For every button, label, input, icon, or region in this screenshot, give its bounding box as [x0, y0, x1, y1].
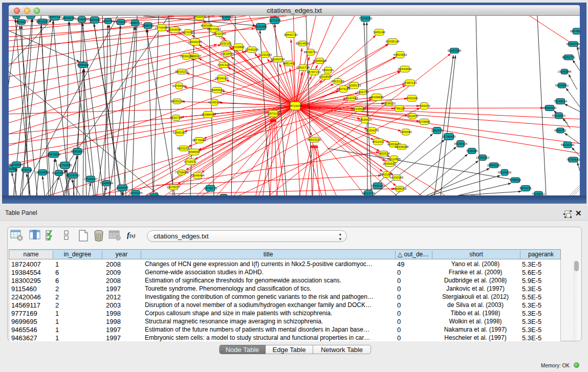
svg-text:71369594: 71369594	[100, 182, 114, 185]
svg-text:24745171: 24745171	[204, 187, 217, 190]
svg-text:70656272: 70656272	[180, 55, 193, 58]
svg-text:51161559: 51161559	[258, 53, 272, 56]
svg-text:71756551: 71756551	[114, 20, 128, 24]
svg-text:32812067: 32812067	[36, 20, 50, 23]
svg-text:7693676: 7693676	[418, 104, 430, 107]
svg-text:6400524: 6400524	[378, 152, 390, 155]
svg-text:42388496: 42388496	[202, 113, 215, 116]
svg-text:00842710: 00842710	[284, 33, 298, 36]
svg-text:80443699: 80443699	[398, 68, 412, 71]
svg-text:61595148: 61595148	[386, 40, 400, 43]
svg-text:64823662: 64823662	[394, 53, 407, 56]
svg-text:89980940: 89980940	[543, 106, 557, 110]
svg-text:17461200: 17461200	[371, 184, 385, 187]
svg-text:74680715: 74680715	[128, 21, 142, 25]
svg-text:19022941: 19022941	[10, 16, 24, 17]
svg-text:18724007: 18724007	[289, 104, 302, 107]
svg-text:01065133: 01065133	[347, 84, 361, 87]
svg-text:37631165: 37631165	[331, 80, 345, 83]
svg-text:0932480: 0932480	[255, 25, 267, 28]
svg-text:6409097: 6409097	[116, 186, 128, 189]
svg-text:76483503: 76483503	[210, 89, 224, 92]
svg-text:9232719: 9232719	[170, 116, 182, 119]
svg-text:25534192: 25534192	[215, 77, 229, 80]
svg-text:77387214: 77387214	[403, 81, 417, 84]
svg-text:7758917: 7758917	[509, 179, 521, 182]
svg-text:60647468: 60647468	[344, 97, 358, 100]
svg-text:82814893: 82814893	[296, 42, 310, 45]
svg-text:4332181: 4332181	[220, 42, 232, 45]
svg-text:67365766: 67365766	[567, 42, 580, 46]
svg-text:56049451: 56049451	[555, 84, 569, 87]
svg-text:95024026: 95024026	[498, 171, 512, 174]
svg-text:18393352: 18393352	[476, 156, 490, 159]
svg-text:88208121: 88208121	[382, 102, 396, 105]
svg-text:1326773: 1326773	[357, 91, 369, 94]
svg-text:7139005: 7139005	[466, 149, 478, 152]
svg-text:99091334: 99091334	[24, 16, 38, 17]
svg-text:80112805: 80112805	[387, 158, 401, 161]
svg-text:77378263: 77378263	[359, 17, 373, 20]
svg-text:98776945: 98776945	[192, 139, 206, 142]
svg-text:1632870: 1632870	[406, 115, 419, 118]
svg-text:00504556: 00504556	[36, 171, 50, 174]
svg-text:82489638: 82489638	[313, 59, 327, 62]
svg-text:81618495: 81618495	[221, 52, 234, 55]
svg-text:6716572: 6716572	[184, 160, 197, 163]
svg-text:71434558: 71434558	[168, 28, 182, 31]
svg-text:61796405: 61796405	[442, 135, 456, 138]
svg-text:3433200: 3433200	[406, 97, 418, 100]
svg-text:86923226: 86923226	[308, 138, 321, 141]
svg-text:33942104: 33942104	[129, 191, 143, 194]
svg-text:65787133: 65787133	[307, 71, 321, 74]
svg-text:20450533: 20450533	[383, 162, 397, 165]
svg-text:9065940: 9065940	[89, 18, 101, 21]
svg-text:37940265: 37940265	[245, 48, 259, 51]
svg-text:7278895: 7278895	[418, 120, 430, 123]
svg-text:4658404: 4658404	[77, 63, 89, 67]
svg-text:62702895: 62702895	[58, 164, 72, 167]
svg-text:33963605: 33963605	[71, 150, 84, 153]
svg-text:96513709: 96513709	[362, 192, 376, 195]
svg-text:77520471: 77520471	[193, 16, 207, 18]
svg-text:8366752: 8366752	[554, 129, 567, 132]
svg-text:62473178: 62473178	[337, 87, 351, 91]
svg-text:03669096: 03669096	[188, 40, 202, 43]
svg-text:99938677: 99938677	[15, 20, 29, 24]
svg-text:53755646: 53755646	[172, 84, 186, 87]
svg-text:92221969: 92221969	[52, 171, 66, 174]
svg-text:58685014: 58685014	[393, 187, 407, 190]
svg-text:85574443: 85574443	[207, 28, 221, 31]
svg-text:22842102: 22842102	[487, 164, 501, 167]
svg-text:36231665: 36231665	[181, 31, 195, 34]
svg-text:73158514: 73158514	[554, 100, 568, 103]
svg-text:0341316: 0341316	[217, 63, 230, 67]
svg-text:55022961: 55022961	[552, 114, 566, 117]
svg-text:8451462: 8451462	[283, 62, 295, 65]
svg-text:43534624: 43534624	[358, 118, 372, 121]
svg-text:15280988: 15280988	[558, 70, 572, 73]
svg-text:98478961: 98478961	[570, 30, 580, 33]
svg-text:52991241: 52991241	[173, 131, 187, 134]
svg-text:32871012: 32871012	[267, 112, 280, 115]
svg-text:61497840: 61497840	[448, 49, 462, 52]
svg-text:96158657: 96158657	[10, 163, 24, 166]
svg-text:73545494: 73545494	[191, 174, 205, 177]
svg-text:3435240: 3435240	[373, 31, 385, 34]
svg-text:9058651: 9058651	[188, 150, 200, 154]
svg-text:99102290: 99102290	[561, 143, 575, 146]
svg-text:27875588: 27875588	[47, 153, 61, 156]
svg-text:92374740: 92374740	[66, 174, 80, 177]
svg-text:08053100: 08053100	[170, 100, 184, 103]
svg-text:54330365: 54330365	[390, 176, 404, 179]
svg-text:3431611: 3431611	[21, 168, 33, 171]
svg-text:8470076: 8470076	[519, 187, 532, 190]
svg-text:3171274: 3171274	[269, 19, 281, 22]
svg-text:99016272: 99016272	[175, 70, 189, 73]
svg-text:35158506: 35158506	[454, 142, 468, 145]
svg-text:71746488: 71746488	[75, 18, 89, 21]
svg-text:34309805: 34309805	[370, 96, 384, 99]
svg-text:03911718: 03911718	[296, 66, 310, 69]
svg-text:6808760: 6808760	[142, 24, 154, 27]
svg-text:4902787: 4902787	[102, 19, 114, 23]
